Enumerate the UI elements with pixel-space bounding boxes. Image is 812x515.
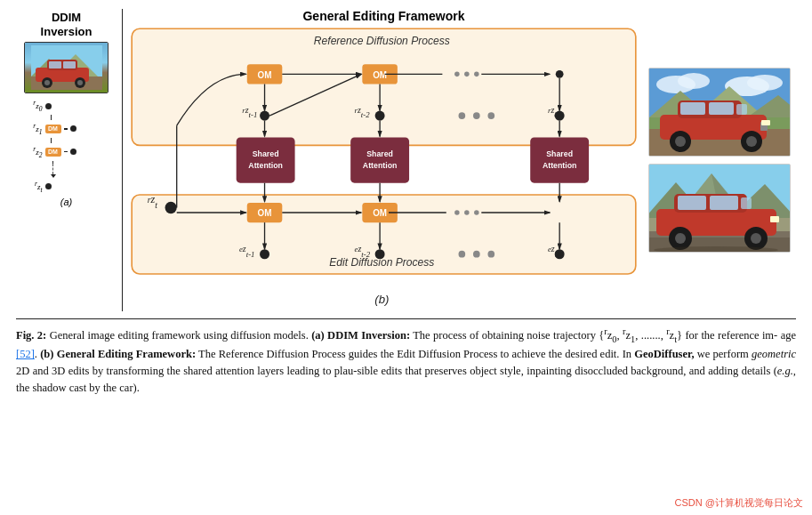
ddim-reference-image (24, 42, 109, 93)
panel-label-a: (a) (60, 197, 72, 207)
edit-car-svg (649, 165, 791, 253)
arrow1 (51, 115, 52, 120)
svg-rect-97 (709, 102, 734, 115)
edited-car-image (648, 164, 791, 253)
arrow2 (51, 138, 52, 143)
rz2-dot (70, 149, 76, 155)
svg-text:OM: OM (373, 70, 387, 80)
rz0-label: rz0 (27, 99, 43, 113)
svg-point-39 (464, 72, 469, 77)
chain-row-rzt: rzt (27, 180, 52, 194)
rz1-label: rz1 (27, 122, 43, 136)
caption-text-b: The Reference Diffusion Process guides t… (198, 348, 634, 360)
caption-area: Fig. 2: General image editing framework … (16, 318, 796, 397)
chain-row-dm2: rz2 DM (27, 145, 76, 159)
svg-point-40 (474, 72, 478, 77)
caption-text: Fig. 2: General image editing framework … (16, 325, 796, 397)
svg-text:OM: OM (373, 208, 387, 218)
csdn-watermark: CSDN @计算机视觉每日论文 (675, 496, 803, 510)
cars-panel (645, 9, 796, 311)
svg-point-62 (473, 251, 480, 258)
svg-text:Reference Diffusion Process: Reference Diffusion Process (314, 35, 450, 47)
svg-rect-7 (63, 61, 76, 68)
gef-title: General Editing Framework (130, 9, 638, 23)
svg-rect-116 (710, 196, 738, 210)
svg-point-61 (459, 251, 466, 258)
svg-point-27 (473, 112, 480, 119)
svg-point-121 (751, 233, 761, 244)
svg-point-103 (746, 136, 757, 147)
ddim-panel: DDIMInversion (16, 9, 123, 311)
caption-bold-b: (b) General Editing Framework: (40, 348, 196, 360)
svg-point-63 (487, 251, 494, 258)
chain-row-rz0: rz0 (27, 99, 52, 113)
svg-point-88 (747, 75, 783, 91)
svg-point-11 (77, 80, 83, 85)
svg-point-71 (464, 210, 469, 215)
dashed-v (51, 161, 56, 178)
chain-row-dm1: rz1 DM (27, 122, 76, 136)
rz1-dot (70, 125, 76, 132)
svg-rect-6 (49, 61, 61, 68)
rzt-label: rzt (27, 180, 43, 194)
diagram-area: DDIMInversion (16, 9, 796, 311)
caption-geodiffuser: GeoDiffuser, (634, 348, 694, 360)
svg-rect-115 (678, 196, 706, 210)
svg-rect-122 (770, 216, 779, 222)
svg-point-70 (454, 210, 459, 215)
svg-point-22 (260, 111, 269, 121)
dm-box-2: DM (45, 148, 61, 157)
svg-point-28 (487, 112, 494, 119)
caption-intro: General image editing framework using di… (50, 329, 312, 342)
rz2-label: rz2 (27, 145, 43, 159)
caption-text-a2: age (781, 329, 796, 342)
rzt-dot (45, 183, 52, 189)
svg-rect-98 (736, 104, 747, 115)
svg-text:(b): (b) (374, 293, 389, 306)
gef-panel: General Editing Framework Reference Diff… (123, 9, 645, 311)
caption-bold-a: (a) DDIM Inversion: (311, 329, 410, 342)
svg-point-26 (459, 112, 466, 119)
svg-point-24 (375, 111, 385, 121)
svg-point-59 (375, 249, 385, 259)
svg-point-57 (260, 249, 269, 259)
gef-svg: Reference Diffusion Process Edit Diffusi… (130, 27, 638, 313)
svg-text:Attention: Attention (543, 161, 577, 170)
ref-52: [52] (16, 348, 35, 360)
svg-text:Attention: Attention (363, 161, 398, 170)
rz0-dot (45, 103, 52, 109)
svg-text:OM: OM (258, 208, 272, 218)
svg-point-86 (678, 73, 710, 89)
svg-point-101 (675, 136, 686, 147)
svg-point-119 (675, 233, 686, 244)
fig-label: Fig. 2: (16, 329, 46, 342)
svg-text:Shared: Shared (546, 149, 573, 158)
page: DDIMInversion (0, 0, 812, 515)
svg-point-72 (474, 210, 478, 215)
svg-text:Shared: Shared (366, 149, 393, 158)
svg-point-42 (556, 70, 564, 78)
caption-text-a: The process of obtaining noise trajector… (413, 329, 777, 342)
ref-car-svg (649, 68, 791, 157)
ddim-title: DDIMInversion (41, 11, 92, 38)
reference-car-image (648, 68, 791, 157)
svg-point-38 (454, 72, 459, 77)
dm-box-1: DM (45, 125, 61, 133)
ddim-car-svg (31, 45, 102, 90)
svg-rect-104 (761, 120, 770, 125)
svg-rect-96 (680, 102, 705, 115)
svg-point-9 (44, 80, 50, 85)
svg-text:Attention: Attention (248, 161, 283, 170)
ddim-chain: rz0 rz1 DM rz2 (27, 99, 107, 193)
svg-point-16 (165, 202, 177, 213)
svg-text:Shared: Shared (253, 149, 279, 158)
svg-text:OM: OM (258, 70, 272, 80)
gef-diagram: Reference Diffusion Process Edit Diffusi… (130, 27, 638, 313)
svg-rect-117 (741, 197, 752, 209)
